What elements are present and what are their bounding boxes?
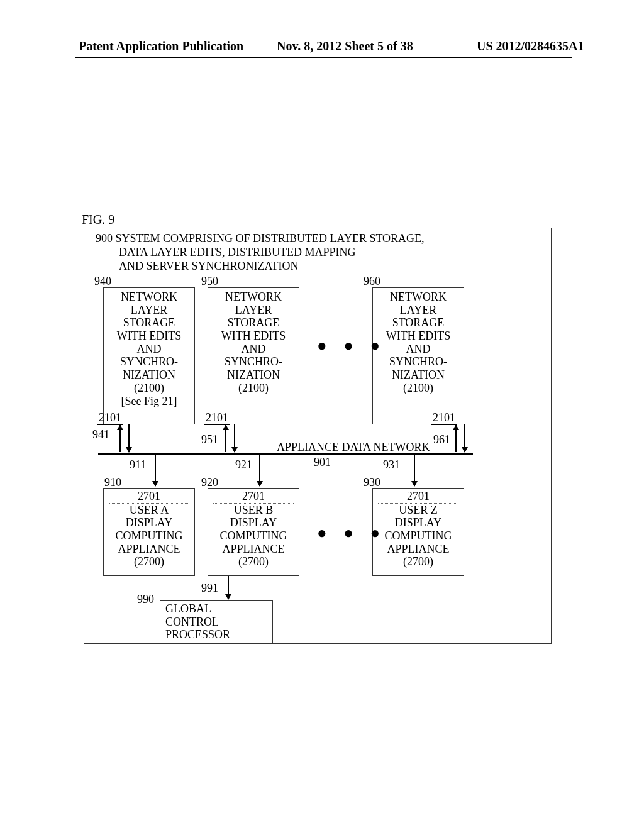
title-line-2: DATA LAYER EDITS, DISTRIBUTED MAPPING <box>119 246 355 259</box>
arrowhead-961-up <box>453 424 459 430</box>
storage-3-l2: LAYER <box>373 304 464 317</box>
storage-1-see: [See Fig 21] <box>104 395 194 408</box>
label-941: 941 <box>92 428 109 441</box>
arrowhead-921-down <box>231 447 238 453</box>
global-l1: GLOBAL <box>165 602 267 616</box>
storage-2-l8: (2100) <box>208 382 299 395</box>
global-box: GLOBAL CONTROL PROCESSOR <box>160 600 273 643</box>
user-z-l5: (2700) <box>373 555 464 568</box>
label-990: 990 <box>137 593 154 606</box>
arrowhead-951-up <box>223 424 229 430</box>
header-right: US 2012/0284635A1 <box>477 39 584 53</box>
user-a-l3: COMPUTING <box>104 529 194 543</box>
storage-2-l6: SYNCHRO- <box>208 355 299 368</box>
storage-3-l5: AND <box>373 343 464 356</box>
arrowhead-991 <box>225 594 231 600</box>
user-z-2701: 2701 <box>378 490 458 504</box>
user-a-l4: APPLIANCE <box>104 543 194 556</box>
storage-3-l1: NETWORK <box>373 290 464 304</box>
label-910: 910 <box>104 476 121 489</box>
label-951: 951 <box>201 433 218 446</box>
user-box-b: 2701 USER B DISPLAY COMPUTING APPLIANCE … <box>208 488 299 576</box>
label-930: 930 <box>364 476 380 489</box>
arrowhead-931-to-user <box>411 481 418 487</box>
label-991: 991 <box>201 582 218 595</box>
user-z-l1: USER Z <box>373 504 464 517</box>
label-960: 960 <box>364 275 380 288</box>
storage-1-l6: SYNCHRO- <box>104 355 194 368</box>
user-b-l4: APPLIANCE <box>208 543 299 556</box>
user-b-l2: DISPLAY <box>208 516 299 529</box>
label-appliance-network: APPLIANCE DATA NETWORK <box>277 441 430 454</box>
user-a-2701: 2701 <box>109 490 189 504</box>
label-2101-b: 2101 <box>204 411 230 425</box>
storage-1-l2: LAYER <box>104 304 194 317</box>
storage-1-l8: (2100) <box>104 382 194 395</box>
ellipsis-users: ● ● ● <box>317 524 386 543</box>
user-box-a: 2701 USER A DISPLAY COMPUTING APPLIANCE … <box>103 488 195 576</box>
storage-1-l5: AND <box>104 343 194 356</box>
label-901: 901 <box>314 456 331 469</box>
storage-3-l3: STORAGE <box>373 316 464 329</box>
diagram-frame: 900 SYSTEM COMPRISING OF DISTRIBUTED LAY… <box>84 228 552 644</box>
storage-box-2: NETWORK LAYER STORAGE WITH EDITS AND SYN… <box>208 287 299 424</box>
label-931: 931 <box>383 458 400 472</box>
label-961: 961 <box>433 433 450 446</box>
storage-1-l4: WITH EDITS <box>104 329 194 343</box>
user-b-l5: (2700) <box>208 555 299 568</box>
storage-2-l4: WITH EDITS <box>208 329 299 343</box>
storage-box-3: NETWORK LAYER STORAGE WITH EDITS AND SYN… <box>372 287 464 424</box>
title-line-3: AND SERVER SYNCHRONIZATION <box>119 260 299 273</box>
label-921: 921 <box>235 458 252 472</box>
label-2101-c: 2101 <box>431 411 457 425</box>
label-2101-a: 2101 <box>97 411 123 425</box>
storage-2-l3: STORAGE <box>208 316 299 329</box>
label-911: 911 <box>130 458 146 472</box>
storage-1-l1: NETWORK <box>104 290 194 304</box>
arrowhead-911-down <box>126 447 132 453</box>
arrowhead-911-to-user <box>152 481 158 487</box>
arrowhead-921-to-user <box>257 481 263 487</box>
user-z-l2: DISPLAY <box>373 516 464 529</box>
storage-2-l2: LAYER <box>208 304 299 317</box>
storage-box-1: NETWORK LAYER STORAGE WITH EDITS AND SYN… <box>103 287 195 424</box>
ellipsis-storage: ● ● ● <box>317 336 386 355</box>
label-940: 940 <box>94 275 111 288</box>
storage-2-l1: NETWORK <box>208 290 299 304</box>
user-a-l2: DISPLAY <box>104 516 194 529</box>
user-a-l1: USER A <box>104 504 194 517</box>
header-left: Patent Application Publication <box>79 39 243 53</box>
arrowhead-941-up <box>117 424 123 430</box>
header-rule <box>75 57 572 58</box>
figure-label: FIG. 9 <box>82 213 114 227</box>
global-l2: CONTROL <box>165 616 267 629</box>
storage-1-l3: STORAGE <box>104 316 194 329</box>
user-a-l5: (2700) <box>104 555 194 568</box>
user-b-2701: 2701 <box>213 490 294 504</box>
storage-3-l8: (2100) <box>373 382 464 395</box>
title-line-1: 900 SYSTEM COMPRISING OF DISTRIBUTED LAY… <box>96 232 425 245</box>
arrowhead-931-down <box>462 447 468 453</box>
label-920: 920 <box>201 476 218 489</box>
user-b-l1: USER B <box>208 504 299 517</box>
storage-3-l7: NIZATION <box>373 368 464 382</box>
page: Patent Application Publication Nov. 8, 2… <box>0 0 644 830</box>
user-z-l4: APPLIANCE <box>373 543 464 556</box>
storage-3-l4: WITH EDITS <box>373 329 464 343</box>
user-b-l3: COMPUTING <box>208 529 299 543</box>
storage-1-l7: NIZATION <box>104 368 194 382</box>
header-mid: Nov. 8, 2012 Sheet 5 of 38 <box>277 39 413 53</box>
storage-2-l5: AND <box>208 343 299 356</box>
storage-3-l6: SYNCHRO- <box>373 355 464 368</box>
label-950: 950 <box>201 275 218 288</box>
global-l3: PROCESSOR <box>165 628 267 641</box>
storage-2-l7: NIZATION <box>208 368 299 382</box>
user-z-l3: COMPUTING <box>373 529 464 543</box>
